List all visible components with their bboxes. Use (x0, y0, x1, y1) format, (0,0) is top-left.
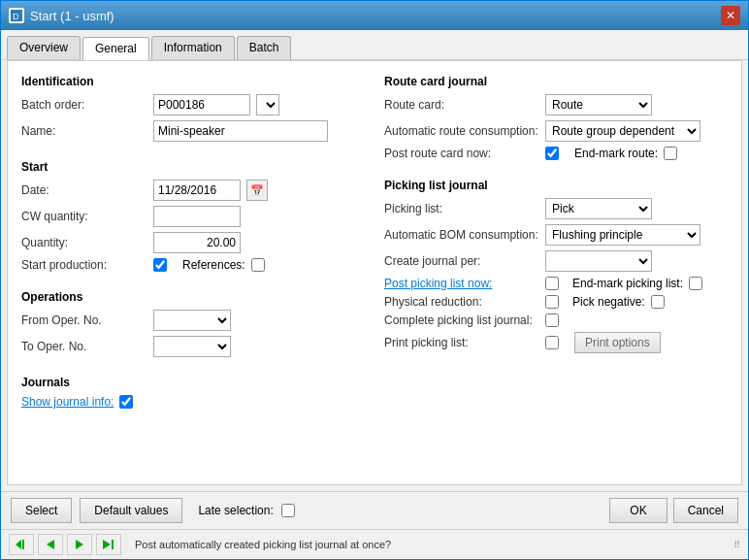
window-title: Start (1 - usmf) (30, 9, 114, 23)
start-production-row: Start production: References: (21, 258, 365, 272)
right-column: Route card journal Route card: Route Aut… (384, 71, 728, 475)
to-oper-row: To Oper. No. (21, 336, 365, 357)
auto-route-row: Automatic route consumption: Route group… (384, 120, 728, 142)
tab-information[interactable]: Information (151, 36, 235, 59)
batch-order-row: Batch order: ▼ (21, 94, 365, 115)
start-production-checkbox[interactable] (153, 258, 167, 272)
title-bar: D Start (1 - usmf) ✕ (1, 1, 748, 30)
nav-next-button[interactable] (67, 534, 92, 555)
end-mark-route-label: End-mark route: (574, 147, 658, 160)
ok-button[interactable]: OK (609, 498, 667, 523)
auto-bom-label: Automatic BOM consumption: (384, 228, 539, 242)
physical-reduction-label: Physical reduction: (384, 295, 539, 309)
print-picking-checkbox[interactable] (545, 336, 559, 349)
pick-negative-label: Pick negative: (572, 295, 645, 309)
batch-order-dropdown[interactable]: ▼ (256, 94, 279, 115)
post-picking-checkbox[interactable] (545, 277, 559, 290)
svg-rect-7 (112, 540, 114, 549)
form-area: Identification Batch order: ▼ Name: Star… (7, 60, 742, 485)
show-journal-label[interactable]: Show journal info: (21, 395, 114, 409)
complete-picking-checkbox[interactable] (545, 313, 559, 327)
date-label: Date: (21, 183, 147, 197)
batch-order-input[interactable] (153, 94, 250, 115)
bottom-bar: Select Default values Late selection: OK… (1, 491, 748, 529)
tab-batch[interactable]: Batch (237, 36, 292, 59)
complete-picking-label: Complete picking list journal: (384, 313, 539, 327)
physical-reduction-checkbox[interactable] (545, 295, 559, 309)
pick-negative-checkbox[interactable] (651, 295, 665, 309)
svg-marker-2 (16, 540, 21, 549)
quantity-input[interactable] (153, 232, 241, 253)
date-row: Date: 📅 (21, 180, 365, 201)
print-options-button[interactable]: Print options (574, 332, 661, 353)
print-picking-row: Print picking list: Print options (384, 332, 728, 353)
picking-list-title: Picking list journal (384, 179, 728, 192)
nav-prev-button[interactable] (38, 534, 63, 555)
auto-route-select[interactable]: Route group dependent (545, 120, 700, 142)
to-oper-label: To Oper. No. (21, 340, 147, 353)
nav-first-button[interactable] (9, 534, 34, 555)
calendar-button[interactable]: 📅 (246, 180, 268, 201)
auto-route-label: Automatic route consumption: (384, 124, 539, 138)
post-route-row: Post route card now: End-mark route: (384, 147, 728, 160)
tab-general[interactable]: General (82, 37, 149, 60)
cw-quantity-input[interactable] (153, 206, 241, 227)
cancel-button[interactable]: Cancel (673, 498, 738, 523)
quantity-label: Quantity: (21, 236, 147, 249)
picking-list-select[interactable]: Pick (545, 198, 652, 219)
create-journal-select[interactable] (545, 250, 652, 272)
late-selection-checkbox[interactable] (281, 504, 295, 517)
cw-quantity-label: CW quantity: (21, 210, 147, 223)
content-area: Overview General Information Batch Ident… (1, 30, 748, 559)
end-mark-picking-checkbox[interactable] (689, 277, 702, 290)
tab-overview[interactable]: Overview (7, 36, 81, 59)
from-oper-select[interactable] (153, 310, 231, 331)
quantity-row: Quantity: (21, 232, 365, 253)
picking-list-row: Picking list: Pick (384, 198, 728, 219)
post-route-label: Post route card now: (384, 147, 539, 160)
tab-bar: Overview General Information Batch (1, 30, 748, 60)
select-button[interactable]: Select (11, 498, 72, 523)
create-journal-row: Create journal per: (384, 250, 728, 272)
status-message: Post automatically created picking list … (125, 539, 730, 550)
app-icon: D (9, 8, 24, 23)
references-checkbox[interactable] (251, 258, 265, 272)
svg-marker-4 (47, 540, 54, 549)
close-button[interactable]: ✕ (721, 6, 740, 25)
operations-title: Operations (21, 290, 365, 304)
nav-last-button[interactable] (96, 534, 121, 555)
post-picking-label[interactable]: Post picking list now: (384, 277, 539, 290)
end-mark-picking-label: End-mark picking list: (572, 277, 683, 290)
references-label: References: (182, 258, 245, 272)
end-mark-route-checkbox[interactable] (664, 147, 677, 160)
print-picking-label: Print picking list: (384, 336, 539, 349)
route-card-select[interactable]: Route (545, 94, 652, 115)
from-oper-row: From Oper. No. (21, 310, 365, 331)
complete-picking-row: Complete picking list journal: (384, 313, 728, 327)
to-oper-select[interactable] (153, 336, 231, 357)
default-values-button[interactable]: Default values (80, 498, 182, 523)
identification-title: Identification (21, 75, 365, 88)
left-column: Identification Batch order: ▼ Name: Star… (21, 71, 365, 475)
main-window: D Start (1 - usmf) ✕ Overview General In… (0, 0, 749, 560)
physical-reduction-row: Physical reduction: Pick negative: (384, 295, 728, 309)
create-journal-label: Create journal per: (384, 254, 539, 268)
cw-quantity-row: CW quantity: (21, 206, 365, 227)
svg-text:D: D (13, 12, 19, 21)
resize-grip: ⠿ (733, 540, 740, 550)
show-journal-checkbox[interactable] (119, 395, 133, 409)
picking-list-label: Picking list: (384, 202, 539, 215)
auto-bom-select[interactable]: Flushing principle (545, 224, 700, 246)
show-journal-row: Show journal info: (21, 395, 365, 409)
name-label: Name: (21, 124, 147, 138)
title-bar-left: D Start (1 - usmf) (9, 8, 114, 23)
post-picking-row: Post picking list now: End-mark picking … (384, 277, 728, 290)
date-input[interactable] (153, 180, 241, 201)
batch-order-label: Batch order: (21, 98, 147, 112)
svg-marker-5 (76, 540, 83, 549)
start-title: Start (21, 160, 365, 174)
post-route-checkbox[interactable] (545, 147, 559, 160)
name-input[interactable] (153, 120, 328, 142)
route-card-label: Route card: (384, 98, 539, 112)
ok-cancel-area: OK Cancel (609, 498, 738, 523)
